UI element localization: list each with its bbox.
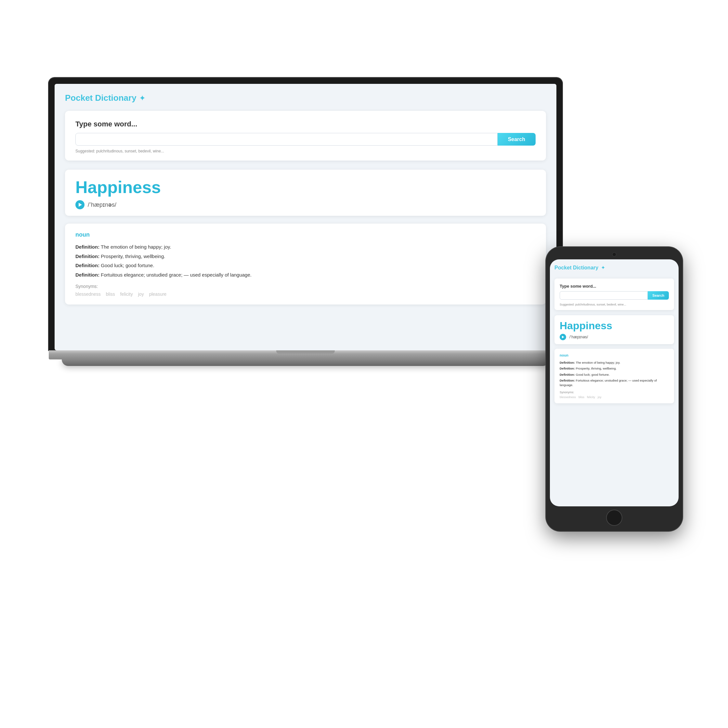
laptop-notch	[276, 350, 335, 353]
phone-def-4: Definition: Fortuitous elegance; unstudi…	[560, 378, 669, 388]
phone-search-label: Type some word...	[560, 284, 669, 289]
laptop-synonyms-label: Synonyms:	[75, 284, 535, 289]
laptop-word-title: Happiness	[75, 177, 535, 197]
phone-word-title: Happiness	[560, 320, 669, 332]
laptop-search-input[interactable]	[75, 133, 497, 145]
phone-search-card: Type some word... Search Suggested: pulc…	[554, 278, 674, 310]
phone-camera	[612, 252, 616, 257]
phone-def-1-label: Definition:	[560, 361, 575, 364]
phone-app: Pocket Dictionary ✦ Type some word... Se…	[550, 259, 679, 506]
laptop-search-row: Search	[75, 133, 535, 145]
laptop-def-1-text: The emotion of being happy; joy.	[101, 244, 171, 249]
laptop-def-3-label: Definition:	[75, 263, 99, 268]
phone-synonyms-label: Synonyms:	[560, 391, 669, 394]
laptop-word-card: Happiness /ˈhæpɪnəs/	[65, 170, 546, 216]
laptop-play-icon	[79, 203, 82, 207]
laptop-def-2: Definition: Prosperity, thriving, wellbe…	[75, 253, 535, 260]
phone-def-card: noun Definition: The emotion of being ha…	[554, 349, 674, 403]
phone-synonyms-list: blessedness bliss felicity joy	[560, 396, 669, 399]
phone-react-icon: ✦	[601, 265, 605, 271]
laptop-def-4-text: Fortuitous elegance; unstudied grace; — …	[101, 272, 252, 278]
laptop-suggestion-text: Suggested: pulchritudinous, sunset, bede…	[75, 149, 535, 153]
phone-search-button[interactable]: Search	[648, 291, 669, 300]
phone-search-row: Search	[560, 291, 669, 300]
laptop-synonyms-list: blessedness bliss felicity joy pleasure	[75, 292, 535, 297]
phone-screen: Pocket Dictionary ✦ Type some word... Se…	[550, 259, 679, 506]
phone-search-input[interactable]	[560, 291, 648, 300]
phone-def-1: Definition: The emotion of being happy; …	[560, 361, 669, 365]
laptop-play-button[interactable]	[75, 200, 84, 209]
laptop-app: Pocket Dictionary ✦ Type some word... Se…	[55, 84, 557, 350]
phone-play-icon	[562, 336, 564, 338]
laptop-device: Pocket Dictionary ✦ Type some word... Se…	[49, 78, 562, 366]
phone-app-title: Pocket Dictionary	[554, 265, 598, 271]
phone-def-4-label: Definition:	[560, 379, 575, 382]
laptop-app-header: Pocket Dictionary ✦	[65, 93, 546, 103]
phone-play-button[interactable]	[560, 334, 566, 340]
phone-def-2: Definition: Prosperity, thriving, wellbe…	[560, 366, 669, 371]
phone-synonym-bliss: bliss	[578, 396, 584, 399]
phone-word-phonetic: /ˈhæpɪnəs/	[560, 334, 669, 340]
laptop-screen: Pocket Dictionary ✦ Type some word... Se…	[55, 84, 557, 350]
laptop-synonym-joy: joy	[138, 292, 144, 297]
laptop-def-3: Definition: Good luck; good fortune.	[75, 262, 535, 269]
laptop-def-4-label: Definition:	[75, 272, 99, 278]
laptop-foot	[62, 359, 549, 366]
phone-def-2-text: Prosperity, thriving, wellbeing.	[576, 367, 617, 370]
laptop-def-1-label: Definition:	[75, 244, 99, 249]
phone-home-button[interactable]	[606, 509, 622, 526]
laptop-def-4: Definition: Fortuitous elegance; unstudi…	[75, 271, 535, 279]
laptop-synonym-pleasure: pleasure	[149, 292, 167, 297]
phone-suggestion-text: Suggested: pulchritudinous, sunset, bede…	[560, 303, 669, 306]
laptop-search-button[interactable]: Search	[497, 133, 535, 145]
laptop-def-1: Definition: The emotion of being happy; …	[75, 243, 535, 251]
laptop-synonym-blessedness: blessedness	[75, 292, 101, 297]
laptop-search-label: Type some word...	[75, 120, 535, 128]
laptop-word-phonetic: /ˈhæpɪnəs/	[75, 200, 535, 209]
laptop-def-2-label: Definition:	[75, 254, 99, 259]
laptop-synonym-bliss: bliss	[106, 292, 115, 297]
phone-device: Pocket Dictionary ✦ Type some word... Se…	[546, 247, 682, 531]
phone-def-2-label: Definition:	[560, 367, 575, 370]
scene: Pocket Dictionary ✦ Type some word... Se…	[39, 39, 689, 689]
laptop-synonym-felicity: felicity	[120, 292, 133, 297]
laptop-phonetic-text: /ˈhæpɪnəs/	[88, 201, 116, 208]
phone-synonym-joy: joy	[598, 396, 601, 399]
phone-body: Pocket Dictionary ✦ Type some word... Se…	[546, 247, 682, 531]
phone-def-1-text: The emotion of being happy; joy.	[575, 361, 620, 364]
laptop-base	[49, 350, 562, 359]
laptop-react-icon: ✦	[139, 93, 145, 103]
phone-synonym-felicity: felicity	[587, 396, 595, 399]
phone-word-card: Happiness /ˈhæpɪnəs/	[554, 315, 674, 344]
phone-def-3: Definition: Good luck; good fortune.	[560, 372, 669, 377]
laptop-pos-label: noun	[75, 231, 535, 238]
phone-synonym-blessedness: blessedness	[560, 396, 576, 399]
phone-phonetic-text: /ˈhæpɪnəs/	[569, 335, 588, 339]
phone-pos-label: noun	[560, 353, 669, 357]
laptop-search-card: Type some word... Search Suggested: pulc…	[65, 111, 546, 161]
phone-app-header: Pocket Dictionary ✦	[554, 265, 674, 271]
laptop-def-2-text: Prosperity, thriving, wellbeing.	[101, 254, 165, 259]
phone-def-3-text: Good luck; good fortune.	[576, 373, 610, 376]
laptop-screen-wrapper: Pocket Dictionary ✦ Type some word... Se…	[49, 78, 562, 350]
laptop-def-card: noun Definition: The emotion of being ha…	[65, 223, 546, 304]
phone-def-3-label: Definition:	[560, 373, 575, 376]
laptop-def-3-text: Good luck; good fortune.	[101, 263, 154, 268]
laptop-app-title: Pocket Dictionary	[65, 93, 136, 103]
